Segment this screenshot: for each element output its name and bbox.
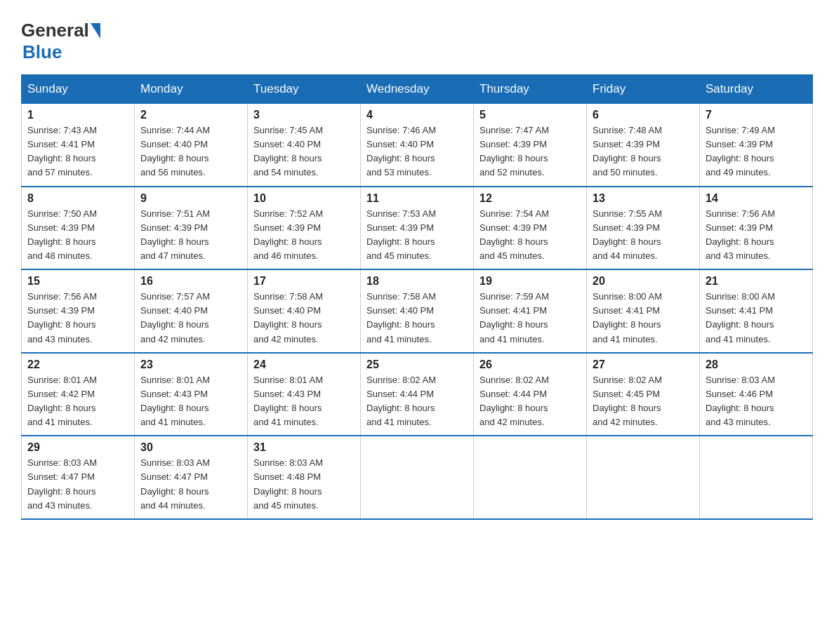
weekday-header-sunday: Sunday <box>22 75 135 104</box>
day-cell-10: 10 Sunrise: 7:52 AMSunset: 4:39 PMDaylig… <box>248 187 361 270</box>
day-number: 9 <box>140 192 241 205</box>
day-info: Sunrise: 7:55 AMSunset: 4:39 PMDaylight:… <box>593 208 662 261</box>
day-cell-26: 26 Sunrise: 8:02 AMSunset: 4:44 PMDaylig… <box>474 353 587 436</box>
weekday-header-friday: Friday <box>587 75 700 104</box>
day-number: 15 <box>27 275 128 288</box>
day-info: Sunrise: 7:51 AMSunset: 4:39 PMDaylight:… <box>140 208 210 261</box>
day-number: 30 <box>140 441 241 454</box>
day-info: Sunrise: 7:46 AMSunset: 4:40 PMDaylight:… <box>366 125 436 177</box>
week-row-4: 22 Sunrise: 8:01 AMSunset: 4:42 PMDaylig… <box>22 353 813 436</box>
week-row-2: 8 Sunrise: 7:50 AMSunset: 4:39 PMDayligh… <box>22 187 813 270</box>
day-number: 16 <box>140 275 241 288</box>
day-cell-22: 22 Sunrise: 8:01 AMSunset: 4:42 PMDaylig… <box>22 353 135 436</box>
day-cell-3: 3 Sunrise: 7:45 AMSunset: 4:40 PMDayligh… <box>248 104 361 187</box>
empty-cell <box>361 436 474 519</box>
day-number: 5 <box>479 109 581 121</box>
day-info: Sunrise: 7:52 AMSunset: 4:39 PMDaylight:… <box>253 208 323 261</box>
day-cell-6: 6 Sunrise: 7:48 AMSunset: 4:39 PMDayligh… <box>587 104 700 187</box>
day-number: 17 <box>253 275 355 288</box>
weekday-header-monday: Monday <box>135 75 248 104</box>
day-info: Sunrise: 7:53 AMSunset: 4:39 PMDaylight:… <box>366 208 436 261</box>
day-info: Sunrise: 8:00 AMSunset: 4:41 PMDaylight:… <box>593 291 662 344</box>
day-number: 4 <box>366 109 468 121</box>
weekday-header-tuesday: Tuesday <box>248 75 361 104</box>
day-cell-9: 9 Sunrise: 7:51 AMSunset: 4:39 PMDayligh… <box>135 187 248 270</box>
day-number: 11 <box>366 192 468 205</box>
day-cell-15: 15 Sunrise: 7:56 AMSunset: 4:39 PMDaylig… <box>22 269 135 353</box>
day-number: 24 <box>253 358 355 371</box>
day-cell-27: 27 Sunrise: 8:02 AMSunset: 4:45 PMDaylig… <box>587 353 700 436</box>
day-cell-29: 29 Sunrise: 8:03 AMSunset: 4:47 PMDaylig… <box>22 436 135 519</box>
weekday-header-thursday: Thursday <box>474 75 587 104</box>
weekday-header-row: SundayMondayTuesdayWednesdayThursdayFrid… <box>22 75 813 104</box>
day-cell-5: 5 Sunrise: 7:47 AMSunset: 4:39 PMDayligh… <box>474 104 587 187</box>
day-info: Sunrise: 7:45 AMSunset: 4:40 PMDaylight:… <box>253 125 323 177</box>
weekday-header-wednesday: Wednesday <box>361 75 474 104</box>
day-info: Sunrise: 8:01 AMSunset: 4:42 PMDaylight:… <box>27 375 97 427</box>
day-number: 29 <box>27 441 128 454</box>
day-info: Sunrise: 7:48 AMSunset: 4:39 PMDaylight:… <box>593 125 662 177</box>
weekday-header-saturday: Saturday <box>700 75 813 104</box>
day-info: Sunrise: 8:03 AMSunset: 4:47 PMDaylight:… <box>27 457 97 510</box>
day-number: 2 <box>140 109 241 121</box>
day-number: 27 <box>593 358 694 371</box>
day-number: 3 <box>253 109 355 121</box>
day-cell-12: 12 Sunrise: 7:54 AMSunset: 4:39 PMDaylig… <box>474 187 587 270</box>
day-info: Sunrise: 7:47 AMSunset: 4:39 PMDaylight:… <box>479 125 549 177</box>
empty-cell <box>700 436 813 519</box>
day-number: 23 <box>140 358 241 371</box>
day-cell-30: 30 Sunrise: 8:03 AMSunset: 4:47 PMDaylig… <box>135 436 248 519</box>
day-info: Sunrise: 7:56 AMSunset: 4:39 PMDaylight:… <box>27 291 97 344</box>
day-cell-7: 7 Sunrise: 7:49 AMSunset: 4:39 PMDayligh… <box>700 104 813 187</box>
page-header: General Blue <box>21 14 813 63</box>
day-info: Sunrise: 7:50 AMSunset: 4:39 PMDaylight:… <box>27 208 97 261</box>
empty-cell <box>587 436 700 519</box>
day-info: Sunrise: 8:02 AMSunset: 4:44 PMDaylight:… <box>366 375 436 427</box>
day-info: Sunrise: 7:56 AMSunset: 4:39 PMDaylight:… <box>706 208 775 261</box>
day-info: Sunrise: 7:49 AMSunset: 4:39 PMDaylight:… <box>706 125 775 177</box>
day-number: 20 <box>593 275 694 288</box>
day-number: 1 <box>27 109 128 121</box>
week-row-3: 15 Sunrise: 7:56 AMSunset: 4:39 PMDaylig… <box>22 269 813 353</box>
calendar-table: SundayMondayTuesdayWednesdayThursdayFrid… <box>21 74 813 520</box>
day-info: Sunrise: 8:03 AMSunset: 4:47 PMDaylight:… <box>140 457 210 510</box>
week-row-1: 1 Sunrise: 7:43 AMSunset: 4:41 PMDayligh… <box>22 104 813 187</box>
day-info: Sunrise: 8:01 AMSunset: 4:43 PMDaylight:… <box>253 375 323 427</box>
day-number: 10 <box>253 192 355 205</box>
day-cell-28: 28 Sunrise: 8:03 AMSunset: 4:46 PMDaylig… <box>700 353 813 436</box>
day-number: 8 <box>27 192 128 205</box>
day-info: Sunrise: 7:54 AMSunset: 4:39 PMDaylight:… <box>479 208 549 261</box>
day-info: Sunrise: 7:58 AMSunset: 4:40 PMDaylight:… <box>253 291 323 344</box>
day-cell-14: 14 Sunrise: 7:56 AMSunset: 4:39 PMDaylig… <box>700 187 813 270</box>
day-cell-11: 11 Sunrise: 7:53 AMSunset: 4:39 PMDaylig… <box>361 187 474 270</box>
day-cell-24: 24 Sunrise: 8:01 AMSunset: 4:43 PMDaylig… <box>248 353 361 436</box>
day-cell-13: 13 Sunrise: 7:55 AMSunset: 4:39 PMDaylig… <box>587 187 700 270</box>
day-cell-8: 8 Sunrise: 7:50 AMSunset: 4:39 PMDayligh… <box>22 187 135 270</box>
logo-blue-text: Blue <box>22 41 62 63</box>
logo-arrow-icon <box>91 23 100 39</box>
week-row-5: 29 Sunrise: 8:03 AMSunset: 4:47 PMDaylig… <box>22 436 813 519</box>
day-cell-17: 17 Sunrise: 7:58 AMSunset: 4:40 PMDaylig… <box>248 269 361 353</box>
day-number: 7 <box>706 109 807 121</box>
day-number: 6 <box>593 109 694 121</box>
day-cell-16: 16 Sunrise: 7:57 AMSunset: 4:40 PMDaylig… <box>135 269 248 353</box>
day-info: Sunrise: 8:02 AMSunset: 4:44 PMDaylight:… <box>479 375 549 427</box>
day-number: 12 <box>479 192 581 205</box>
day-info: Sunrise: 8:03 AMSunset: 4:48 PMDaylight:… <box>253 457 323 510</box>
day-number: 22 <box>27 358 128 371</box>
day-number: 14 <box>706 192 807 205</box>
day-cell-21: 21 Sunrise: 8:00 AMSunset: 4:41 PMDaylig… <box>700 269 813 353</box>
day-cell-25: 25 Sunrise: 8:02 AMSunset: 4:44 PMDaylig… <box>361 353 474 436</box>
logo: General Blue <box>21 20 100 63</box>
day-info: Sunrise: 8:01 AMSunset: 4:43 PMDaylight:… <box>140 375 210 427</box>
day-cell-1: 1 Sunrise: 7:43 AMSunset: 4:41 PMDayligh… <box>22 104 135 187</box>
day-cell-23: 23 Sunrise: 8:01 AMSunset: 4:43 PMDaylig… <box>135 353 248 436</box>
day-info: Sunrise: 7:57 AMSunset: 4:40 PMDaylight:… <box>140 291 210 344</box>
day-number: 18 <box>366 275 468 288</box>
empty-cell <box>474 436 587 519</box>
day-info: Sunrise: 7:44 AMSunset: 4:40 PMDaylight:… <box>140 125 210 177</box>
day-cell-31: 31 Sunrise: 8:03 AMSunset: 4:48 PMDaylig… <box>248 436 361 519</box>
day-cell-2: 2 Sunrise: 7:44 AMSunset: 4:40 PMDayligh… <box>135 104 248 187</box>
day-number: 26 <box>479 358 581 371</box>
day-number: 28 <box>706 358 807 371</box>
